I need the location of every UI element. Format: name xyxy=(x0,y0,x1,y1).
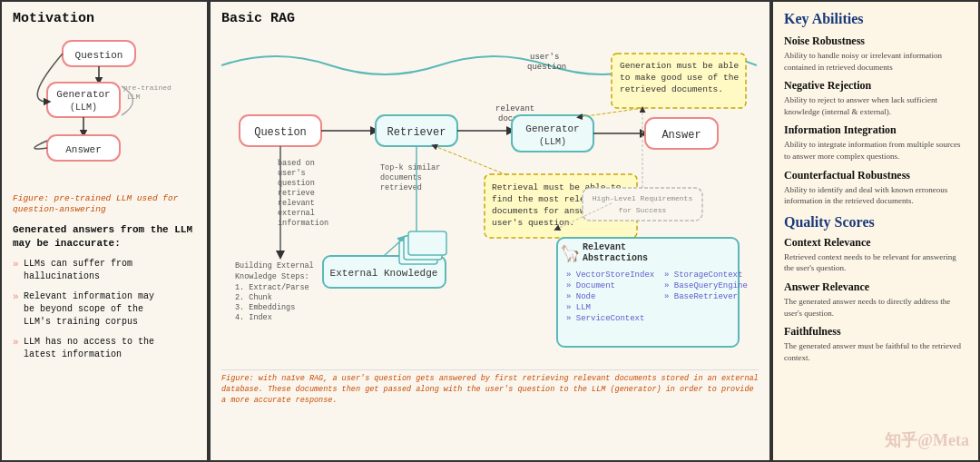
svg-text:relevant: relevant xyxy=(278,199,315,208)
quality-answer-desc: The generated answer needs to directly a… xyxy=(784,296,967,319)
svg-text:question: question xyxy=(527,63,566,72)
svg-text:🦙: 🦙 xyxy=(560,243,581,263)
svg-text:(LLM): (LLM) xyxy=(539,137,566,147)
bullet-2: Relevant information may be beyond scope… xyxy=(13,290,196,329)
quality-faithfulness: Faithfulness The generated answer must b… xyxy=(784,325,967,363)
svg-text:information: information xyxy=(278,219,328,228)
ability-counter-desc: Ability to identify and deal with known … xyxy=(784,184,967,207)
svg-text:Abstractions: Abstractions xyxy=(583,253,648,263)
rag-panel: Basic RAG user's question Question xyxy=(209,0,771,462)
ability-noise-robustness: Noise Robustness Ability to handle noisy… xyxy=(784,34,967,73)
quality-answer-relevance: Answer Relevance The generated answer ne… xyxy=(784,280,967,319)
ability-info-desc: Ability to integrate information from mu… xyxy=(784,139,967,162)
svg-text:» BaseQueryEngine: » BaseQueryEngine xyxy=(664,281,748,290)
svg-text:documents: documents xyxy=(380,173,422,182)
bullet-3: LLM has no access to the latest informat… xyxy=(13,336,196,361)
svg-text:» Node: » Node xyxy=(566,292,595,301)
svg-text:Relevant: Relevant xyxy=(583,242,626,252)
svg-text:question: question xyxy=(278,179,315,188)
quality-context-relevance: Context Relevance Retrieved context need… xyxy=(784,236,967,274)
ability-info-integration: Information Integration Ability to integ… xyxy=(784,123,967,162)
svg-text:based on: based on xyxy=(278,159,315,168)
motivation-bullets: LLMs can suffer from hallucinations Rele… xyxy=(13,258,196,361)
abilities-panel: Key Abilities Noise Robustness Ability t… xyxy=(771,0,980,462)
generated-text: Generated answers from the LLM may be in… xyxy=(13,223,196,251)
svg-text:user's: user's xyxy=(530,53,559,62)
svg-text:relevant: relevant xyxy=(495,104,534,113)
svg-text:LLM: LLM xyxy=(127,93,141,101)
svg-text:retrieve: retrieve xyxy=(278,189,315,198)
svg-text:Generation must be able: Generation must be able xyxy=(620,61,739,71)
svg-text:Question: Question xyxy=(254,126,307,139)
svg-line-31 xyxy=(580,108,643,117)
svg-text:retrieved documents.: retrieved documents. xyxy=(620,84,723,94)
svg-text:user's: user's xyxy=(278,169,306,178)
ability-negative-desc: Ability to reject to answer when lack su… xyxy=(784,94,967,117)
svg-text:3. Embeddings: 3. Embeddings xyxy=(235,303,295,312)
svg-text:to make good use of the: to make good use of the xyxy=(620,73,739,83)
motivation-panel: Motivation Question Generator (LLM) pre-… xyxy=(0,0,209,462)
svg-text:» ServiceContext: » ServiceContext xyxy=(566,314,644,323)
bullet-1: LLMs can suffer from hallucinations xyxy=(13,258,196,283)
ability-noise-name: Noise Robustness xyxy=(784,34,967,48)
svg-text:(LLM): (LLM) xyxy=(70,103,97,113)
svg-rect-55 xyxy=(408,231,446,255)
svg-text:for Success: for Success xyxy=(619,206,667,214)
svg-text:Knowledge Steps:: Knowledge Steps: xyxy=(235,272,309,281)
motivation-diagram-svg: Question Generator (LLM) pre-trained LLM… xyxy=(13,34,194,188)
svg-text:Generator: Generator xyxy=(56,89,110,100)
ability-info-name: Information Integration xyxy=(784,123,967,137)
svg-text:Question: Question xyxy=(75,50,123,61)
watermark: 知乎@Meta xyxy=(885,429,969,451)
svg-text:1. Extract/Parse: 1. Extract/Parse xyxy=(235,283,309,292)
svg-text:external: external xyxy=(278,209,315,218)
svg-text:» StorageContext: » StorageContext xyxy=(664,270,742,280)
abilities-title: Key Abilities xyxy=(784,11,967,27)
svg-text:Answer: Answer xyxy=(662,129,701,142)
ability-noise-desc: Ability to handle noisy or irrelevant in… xyxy=(784,50,967,73)
ability-counterfactual: Counterfactual Robustness Ability to ide… xyxy=(784,169,967,207)
svg-text:» BaseRetriever: » BaseRetriever xyxy=(664,292,738,301)
motivation-diagram: Question Generator (LLM) pre-trained LLM… xyxy=(13,34,196,188)
svg-text:Building External: Building External xyxy=(235,261,314,270)
svg-line-37 xyxy=(435,146,507,175)
svg-text:» VectorStoreIndex: » VectorStoreIndex xyxy=(566,270,654,280)
rag-svg: user's question Question Retriever relev… xyxy=(221,34,757,378)
quality-context-desc: Retrieved context needs to be relevant f… xyxy=(784,251,967,274)
svg-text:2. Chunk: 2. Chunk xyxy=(235,293,272,302)
ability-negative-rejection: Negative Rejection Ability to reject to … xyxy=(784,79,967,117)
ability-negative-name: Negative Rejection xyxy=(784,79,967,93)
svg-text:Answer: Answer xyxy=(65,144,102,155)
quality-answer-name: Answer Relevance xyxy=(784,280,967,294)
svg-text:Top-k similar: Top-k similar xyxy=(380,163,440,172)
rag-title: Basic RAG xyxy=(221,11,759,26)
quality-faithful-desc: The generated answer must be faithful to… xyxy=(784,340,967,363)
rag-diagram-container: user's question Question Retriever relev… xyxy=(221,34,759,378)
svg-text:» LLM: » LLM xyxy=(566,303,591,312)
svg-text:4. Index: 4. Index xyxy=(235,313,272,322)
svg-text:» Document: » Document xyxy=(566,281,615,290)
quality-faithful-name: Faithfulness xyxy=(784,325,967,339)
quality-context-name: Context Relevance xyxy=(784,236,967,250)
fig-caption: Figure: pre-trained LLM used for questio… xyxy=(13,193,196,216)
svg-text:Generator: Generator xyxy=(525,123,579,134)
svg-text:High-Level Requirements: High-Level Requirements xyxy=(593,194,693,202)
svg-text:pre-trained: pre-trained xyxy=(123,84,172,92)
svg-text:External Knowledge: External Knowledge xyxy=(330,268,438,279)
svg-text:Retriever: Retriever xyxy=(387,126,446,139)
svg-rect-74 xyxy=(583,188,702,221)
quality-title: Quality Scores xyxy=(784,214,967,231)
ability-counter-name: Counterfactual Robustness xyxy=(784,169,967,182)
svg-text:retrieved: retrieved xyxy=(380,183,422,192)
motivation-title: Motivation xyxy=(13,11,196,26)
